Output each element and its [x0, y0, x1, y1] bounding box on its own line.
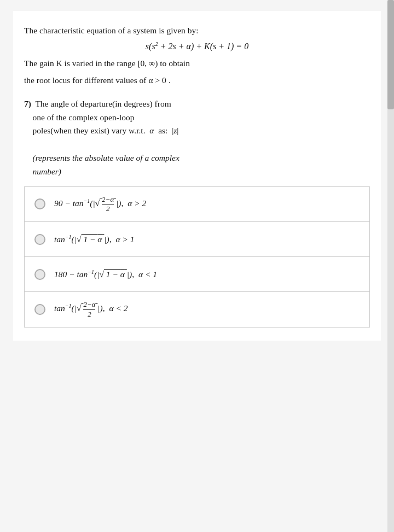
option-b-text: tan−1(|√ 1 − α |), α > 1: [54, 233, 135, 245]
question-number-label: 7): [24, 99, 31, 108]
intro-line2: The gain K is varied in the range [0, ∞)…: [24, 57, 370, 71]
option-row-a[interactable]: 90 − tan−1(|√ 2−α2 |), α > 2: [25, 187, 369, 223]
radio-d[interactable]: [34, 304, 45, 315]
option-a-text: 90 − tan−1(|√ 2−α2 |), α > 2: [54, 196, 146, 213]
radio-a[interactable]: [34, 198, 45, 209]
option-row-c[interactable]: 180 − tan−1(|√ 1 − α |), α < 1: [25, 257, 369, 292]
scrollbar-thumb[interactable]: [387, 0, 394, 109]
option-row-d[interactable]: tan−1(|√ 2−α2 |), α < 2: [25, 292, 369, 327]
intro-line1: The characteristic equation of a system …: [24, 24, 370, 38]
characteristic-equation: s(s2 + 2s + α) + K(s + 1) = 0: [24, 41, 370, 51]
option-d-text: tan−1(|√ 2−α2 |), α < 2: [54, 301, 128, 318]
content-area: The characteristic equation of a system …: [13, 11, 381, 341]
question-text: 7) The angle of departure(in degrees) fr…: [24, 97, 370, 179]
radio-b[interactable]: [34, 234, 45, 245]
intro-line3: the root locus for different values of α…: [24, 74, 370, 87]
scrollbar-track[interactable]: [387, 0, 394, 532]
radio-c[interactable]: [34, 269, 45, 280]
options-container: 90 − tan−1(|√ 2−α2 |), α > 2 tan−1(|√ 1 …: [24, 186, 370, 328]
question-block: 7) The angle of departure(in degrees) fr…: [24, 97, 370, 328]
option-row-b[interactable]: tan−1(|√ 1 − α |), α > 1: [25, 222, 369, 257]
option-c-text: 180 − tan−1(|√ 1 − α |), α < 1: [54, 268, 157, 280]
